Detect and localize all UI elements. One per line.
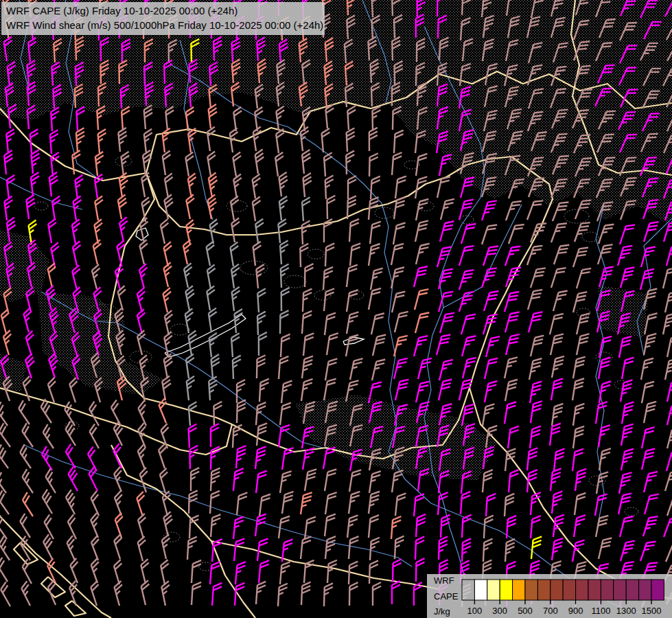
legend-label-variable: CAPE [434, 592, 458, 601]
cape-scale-tick-label: 1500 [642, 606, 662, 616]
cape-scale-cell [576, 580, 588, 600]
cape-scale-tick-label: 1300 [616, 606, 636, 616]
cape-scale-cell [651, 580, 664, 600]
cape-scale-cell [513, 580, 525, 600]
cape-scale-tick-label: 900 [568, 606, 583, 616]
cape-scale-tick-label: 700 [543, 606, 558, 616]
cape-colorbar-wrap: 100300500700900110013001500 [458, 574, 672, 618]
title-line-1: WRF CAPE (J/kg) Friday 10-10-2025 00:00 … [6, 4, 320, 19]
cape-scale-tick-label: 100 [467, 606, 483, 616]
cape-legend: WRF CAPE J/kg 10030050070090011001300150… [427, 574, 672, 618]
legend-label-model: WRF [434, 576, 458, 585]
cape-colorbar: 100300500700900110013001500 [458, 574, 672, 618]
cape-scale-cell [614, 580, 626, 600]
cape-scale-cell [487, 580, 500, 600]
cape-legend-unit-labels: WRF CAPE J/kg [427, 574, 458, 618]
title-line-2: WRF Wind shear (m/s) 500/1000hPa Friday … [6, 19, 320, 33]
cape-scale-cell [639, 580, 651, 600]
cape-scale-cell [588, 580, 601, 600]
cape-scale-cell [627, 580, 639, 600]
cape-scale-tick-label: 500 [518, 606, 533, 616]
cape-scale-cell [475, 580, 487, 600]
cape-scale-cell [551, 580, 563, 600]
cape-scale-cell [564, 580, 576, 600]
cape-scale-cell [500, 580, 513, 600]
cape-scale-cell [462, 580, 474, 600]
weather-map-canvas [0, 0, 672, 618]
cape-scale-cell [601, 580, 614, 600]
cape-scale-cell [538, 580, 551, 600]
legend-label-unit: J/kg [434, 607, 458, 616]
cape-scale-cell [525, 580, 537, 600]
cape-scale-tick-label: 1100 [592, 606, 611, 616]
map-title-box: WRF CAPE (J/kg) Friday 10-10-2025 00:00 … [1, 2, 325, 35]
cape-scale-tick-label: 300 [493, 606, 508, 616]
wrf-map-screenshot: WRF CAPE (J/kg) Friday 10-10-2025 00:00 … [0, 0, 672, 618]
